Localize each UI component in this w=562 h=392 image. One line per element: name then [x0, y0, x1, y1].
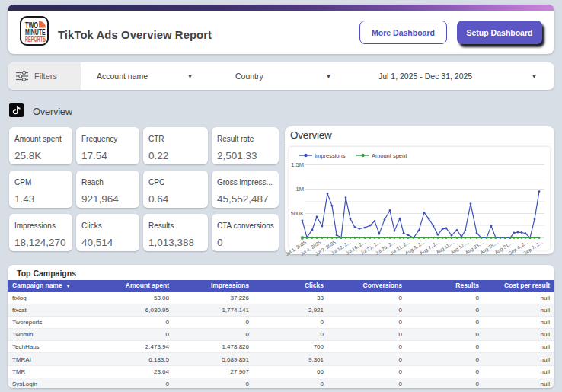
svg-text:1M: 1M	[296, 186, 304, 193]
svg-text:1.5M: 1.5M	[291, 161, 304, 168]
svg-text:Amount spent: Amount spent	[372, 152, 407, 159]
svg-text:Impressions: Impressions	[315, 152, 346, 159]
svg-text:500K: 500K	[290, 210, 304, 217]
svg-text:REPORTS: REPORTS	[25, 34, 46, 43]
